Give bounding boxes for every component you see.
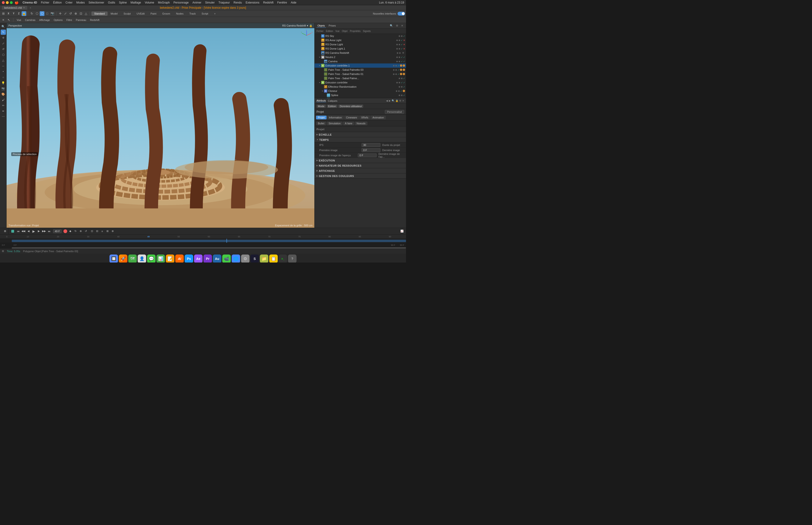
- record-button[interactable]: [63, 229, 67, 233]
- expand-icon[interactable]: [321, 73, 323, 75]
- dock-finder2[interactable]: 📁: [260, 255, 268, 262]
- motion-icon[interactable]: ↻: [73, 229, 78, 234]
- dock-photoshop[interactable]: Ps: [185, 255, 193, 262]
- mode-icon2[interactable]: ⊟: [95, 229, 99, 234]
- toolbar-icon-lock[interactable]: 🔒: [21, 11, 26, 16]
- timeline-settings-icon[interactable]: 📈: [400, 229, 404, 234]
- obj-x[interactable]: ✕: [403, 39, 405, 42]
- tab-track[interactable]: Track: [186, 12, 199, 16]
- tab-projet[interactable]: Projet: [316, 116, 326, 119]
- mode-icon1[interactable]: ⊡: [90, 229, 94, 234]
- dock-notes[interactable]: 📋: [269, 255, 278, 262]
- menu-edition[interactable]: Édition: [51, 1, 63, 4]
- expand-icon[interactable]: [324, 94, 326, 96]
- mode-icon3[interactable]: ≡: [100, 229, 104, 234]
- obj-lock-icon[interactable]: ◉: [401, 35, 403, 37]
- obj-lock-icon[interactable]: ◉: [398, 39, 400, 41]
- menu-maillage[interactable]: Maillage: [129, 1, 143, 4]
- toolbar-icon-x[interactable]: X: [6, 11, 11, 16]
- tool-perspective[interactable]: ⬡: [34, 11, 39, 16]
- obj-lock-icon[interactable]: ◉: [401, 94, 403, 96]
- li-wave[interactable]: 〰: [1, 114, 6, 119]
- tab-add[interactable]: +: [211, 12, 218, 16]
- dock-premiere[interactable]: Pr: [203, 255, 212, 262]
- dock-messages[interactable]: 💬: [147, 255, 155, 262]
- obj-lock-icon[interactable]: ◉: [401, 86, 403, 88]
- tool-cam-align[interactable]: 📷: [50, 11, 55, 16]
- tab-bullet[interactable]: Bullet: [316, 121, 326, 125]
- dock-maps[interactable]: 🗺: [128, 255, 137, 262]
- goto-start-button[interactable]: ⏮: [16, 229, 20, 234]
- timeline-scrollbar[interactable]: [0, 247, 406, 249]
- tool-rotate-cam[interactable]: ↻: [29, 11, 34, 16]
- expand-icon[interactable]: [318, 39, 321, 41]
- menu-mograph[interactable]: MoGraph: [156, 1, 171, 4]
- expand-icon[interactable]: [318, 52, 321, 54]
- viewport[interactable]: Perspective RS Caméra Redshift ▾ 🔒: [6, 23, 315, 228]
- list-item[interactable]: ▾ ⊞ Extrusion contrôlée ◉ ◉ ✓ ✓: [315, 80, 406, 85]
- obj-settings[interactable]: ⚙: [401, 51, 405, 54]
- attr-edition-button[interactable]: Édition: [327, 105, 338, 108]
- li-camera[interactable]: 📷: [1, 86, 6, 91]
- tab-close[interactable]: ✕: [23, 6, 25, 9]
- scrollbar-track[interactable]: [12, 247, 406, 249]
- menu-redshift[interactable]: Redshift: [261, 1, 275, 4]
- close-button[interactable]: [2, 1, 5, 4]
- prev-key-button[interactable]: ◀◀: [21, 229, 25, 234]
- li-rotate[interactable]: ↺: [1, 46, 6, 52]
- next-key-button[interactable]: ▶▶: [42, 229, 46, 234]
- dock-illustrator[interactable]: Ai: [175, 255, 184, 262]
- obj-vis-icon[interactable]: ◉: [393, 69, 395, 71]
- obj-vis-icon[interactable]: ◉: [396, 47, 398, 50]
- list-item[interactable]: ☀ RS Sky ◉ ◉ ✓: [315, 34, 406, 38]
- section-temps[interactable]: ▼ TEMPS: [315, 137, 406, 142]
- timeline-track[interactable]: 0 10 20 30 40 49 55 60 65 70 75 80 85 90…: [0, 234, 406, 249]
- menu-volume[interactable]: Volume: [143, 1, 156, 4]
- mode-move[interactable]: ✛: [58, 11, 62, 16]
- attr-lock[interactable]: 🔒: [395, 100, 398, 102]
- expand-icon[interactable]: ▾: [318, 81, 321, 84]
- tab-prises[interactable]: Prises: [328, 24, 337, 28]
- obj-proprietes[interactable]: Propriétés: [349, 30, 362, 33]
- section-affichage[interactable]: ▶ AFFICHAGE: [315, 168, 406, 174]
- obj-check[interactable]: ✓: [398, 64, 399, 67]
- list-item[interactable]: 🌴 Palm Tree - Sabal Palmetto 01 ◉ ◉ ✓: [315, 72, 406, 76]
- obj-lock-icon[interactable]: ◉: [395, 73, 397, 75]
- dock-unknown[interactable]: ?: [288, 255, 296, 262]
- t2-icon-cursor[interactable]: ↖: [6, 18, 11, 22]
- menu-fenetre[interactable]: Fenêtre: [276, 1, 289, 4]
- t2-panneau[interactable]: Panneau: [75, 18, 88, 22]
- dock-terminal[interactable]: >_: [279, 255, 287, 262]
- expand-icon[interactable]: [318, 43, 321, 46]
- toolbar-icon-z[interactable]: Z: [16, 11, 21, 16]
- obj-vis-icon[interactable]: ◉: [398, 77, 400, 79]
- timeline-track-area[interactable]: [0, 239, 406, 243]
- dock-steamvr[interactable]: ⚙: [241, 255, 249, 262]
- dock-browser[interactable]: 🌐: [232, 255, 240, 262]
- tab-model[interactable]: Model: [108, 12, 121, 16]
- expand-icon[interactable]: [318, 35, 321, 37]
- tab-animation[interactable]: Animation: [370, 116, 386, 119]
- expand-icon[interactable]: ▾: [318, 64, 321, 67]
- attr-nav-right[interactable]: ▶: [389, 100, 391, 102]
- obj-vis-icon[interactable]: ◉: [396, 56, 398, 58]
- obj-check[interactable]: ✓: [403, 35, 405, 38]
- current-frame-display[interactable]: 49 F: [53, 229, 62, 233]
- list-item[interactable]: 💡 RS Dome Light.1 ◉ ◉ ✓ ✕: [315, 46, 406, 51]
- obj-edition[interactable]: Édition: [325, 30, 334, 33]
- menu-animer[interactable]: Animer: [191, 1, 203, 4]
- obj-check2[interactable]: ✓: [403, 60, 405, 63]
- mode-scale[interactable]: ⤢: [63, 11, 68, 16]
- obj-check[interactable]: ✓: [401, 81, 403, 84]
- mode-icon5[interactable]: ⊗: [110, 229, 114, 234]
- dock-script[interactable]: 📝: [166, 255, 174, 262]
- li-search[interactable]: 🔍: [1, 24, 6, 29]
- snap-icon[interactable]: ⊕: [78, 229, 83, 234]
- obj-lock-icon[interactable]: ◉: [399, 52, 401, 54]
- li-paint[interactable]: 🖌: [1, 97, 6, 103]
- menu-creer[interactable]: Créer: [64, 1, 74, 4]
- menu-extensions[interactable]: Extensions: [244, 1, 261, 4]
- list-item[interactable]: 🌴 Palm Tree - Sabal Palmetto 03 ◉ ◉ ✓: [315, 68, 406, 72]
- li-sphere[interactable]: ○: [1, 75, 6, 80]
- expand-icon[interactable]: [321, 77, 323, 79]
